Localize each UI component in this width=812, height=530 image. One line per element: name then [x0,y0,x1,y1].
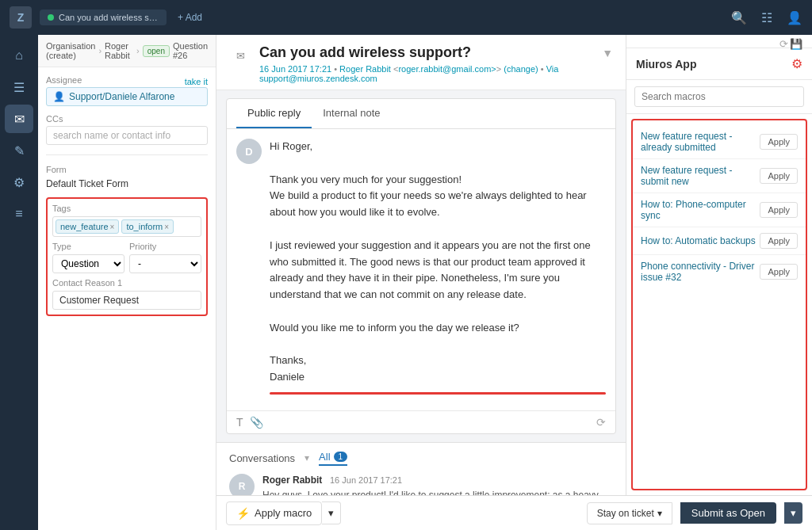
macro-name-4[interactable]: Phone connectivity - Driver issue #32 [641,261,760,283]
panel-save-icon[interactable]: 💾 [790,38,802,50]
apply-macro-button[interactable]: ⚡ Apply macro [226,501,322,525]
refresh-icon[interactable]: ⟳ [596,416,606,429]
tab-public-reply[interactable]: Public reply [236,99,312,128]
submit-button[interactable]: Submit as Open [680,502,776,524]
reply-toolbar: T 📎 ⟳ [227,410,615,433]
assignee-label: Assignee [46,75,82,85]
tab-status-dot [48,14,54,21]
reply-text-area[interactable]: Hi Roger, Thank you very much for your s… [270,139,606,401]
macro-apply-button-2[interactable]: Apply [760,202,798,218]
reply-sign2: Daniele [270,369,606,386]
reply-greeting: Hi Roger, [270,139,606,155]
apply-macro-label: Apply macro [255,507,312,519]
apply-macro-chevron[interactable]: ▾ [322,501,341,524]
macro-item: How to: Automatic backups Apply [633,227,806,255]
conv-date: 16 Jun 2017 17:21 [330,475,402,485]
tags-label: Tags [52,204,201,213]
add-button[interactable]: + Add [178,12,202,23]
conv-author: Roger Rabbit [262,475,322,486]
breadcrumb-ticket[interactable]: Question #26 [173,41,208,60]
lightning-icon: ⚡ [236,507,250,520]
reply-avatar: D [236,139,262,164]
conversations-header: Conversations ▾ All 1 [229,451,613,466]
miuros-panel: 💾 ⟳ Miuros App ⚙ New feature request - a… [626,35,812,495]
contact-reason-input[interactable] [52,291,201,310]
macro-apply-button-1[interactable]: Apply [760,168,798,184]
form-value: Default Ticket Form [46,177,208,191]
stay-on-ticket-chevron-icon: ▾ [657,508,662,519]
panel-refresh-icon[interactable]: ⟳ [779,38,788,50]
tags-section: Tags new_feature × to_inform × Type Ques… [46,197,208,316]
stay-on-ticket-button[interactable]: Stay on ticket ▾ [587,502,672,524]
conversations-badge: 1 [334,452,348,462]
macros-search-input[interactable] [634,86,804,107]
miuros-header: Miuros App ⚙ [626,48,812,80]
ticket-change-link[interactable]: (change) [504,64,538,74]
sub-sidebar: Organisation (create) › Roger Rabbit › o… [38,35,216,530]
tag-new-feature[interactable]: new_feature × [56,219,119,234]
tab-current-ticket[interactable]: Can you add wireless suppo... [40,10,167,25]
tab-internal-note[interactable]: Internal note [312,99,391,128]
assignee-field[interactable]: 👤 Support/Daniele Alfarone [46,87,208,106]
breadcrumb-user[interactable]: Roger Rabbit [105,41,133,60]
conversations-label[interactable]: Conversations [229,452,295,464]
cc-label: CCs [46,114,208,124]
attach-icon[interactable]: 📎 [250,416,263,429]
macro-apply-button-4[interactable]: Apply [760,264,798,280]
nav-more-icon[interactable]: ≡ [5,200,33,228]
conversations-chevron-icon[interactable]: ▾ [304,452,309,463]
bottom-bar: ⚡ Apply macro ▾ Stay on ticket ▾ Submit … [216,495,812,530]
type-select[interactable]: Question [52,254,124,273]
user-avatar-icon[interactable]: 👤 [787,10,802,25]
macro-name-0[interactable]: New feature request - already submitted [641,131,760,153]
app-logo: Z [10,6,32,29]
reply-p3: I just reviewed your suggestion and it a… [270,238,606,303]
macro-name-1[interactable]: New feature request - submit new [641,165,760,187]
macro-item: New feature request - submit new Apply [633,159,806,193]
miuros-gear-icon[interactable]: ⚙ [791,56,802,71]
ticket-status-badge: open [143,45,170,57]
reply-separator [270,392,606,395]
nav-sidebar: ⌂ ☰ ✉ ✎ ⚙ ≡ [0,35,38,530]
tags-container[interactable]: new_feature × to_inform × [52,216,201,237]
macro-name-2[interactable]: How to: Phone-computer sync [641,199,760,221]
text-format-icon[interactable]: T [236,416,243,429]
tag-to-inform-remove[interactable]: × [164,223,169,231]
reply-p2: We build a product to fit your needs so … [270,188,606,221]
reply-content-area: D Hi Roger, Thank you very much for your… [227,129,615,410]
ticket-expand-icon[interactable]: ▼ [602,47,613,59]
submit-chevron-button[interactable]: ▾ [784,502,802,524]
miuros-search [626,80,812,114]
take-it-button[interactable]: take it [185,77,208,86]
search-icon[interactable]: 🔍 [731,10,747,25]
macro-apply-button-0[interactable]: Apply [760,134,798,150]
macros-list: New feature request - already submitted … [631,119,807,490]
nav-inbox-icon[interactable]: ✉ [5,105,33,133]
type-label: Type [52,242,124,251]
ticket-email-link[interactable]: roger.rabbit@gmail.com> [398,64,496,74]
conv-avatar: R [229,474,255,495]
tag-new-feature-remove[interactable]: × [110,223,115,231]
macro-apply-button-3[interactable]: Apply [760,233,798,249]
nav-home-icon[interactable]: ⌂ [5,41,33,70]
conv-body: Roger Rabbit 16 Jun 2017 17:21 Hey guys,… [262,474,613,495]
topbar: Z Can you add wireless suppo... + Add 🔍 … [0,0,812,35]
conversations-all-tab[interactable]: All 1 [319,451,347,466]
macro-item: Phone connectivity - Driver issue #32 Ap… [633,255,806,288]
nav-reports-icon[interactable]: ✎ [5,136,33,165]
nav-tickets-icon[interactable]: ☰ [5,73,33,101]
cc-input[interactable] [46,126,208,145]
conv-text: Hey guys, Love your product! I'd like to… [262,488,613,495]
breadcrumb-org[interactable]: Organisation (create) [46,41,95,60]
nav-settings-icon[interactable]: ⚙ [5,168,33,196]
grid-icon[interactable]: ☷ [761,10,772,25]
macro-name-3[interactable]: How to: Automatic backups [641,235,760,246]
form-label: Form [46,165,208,174]
priority-select[interactable]: - [129,254,201,273]
ticket-meta: 16 Jun 2017 17:21 • Roger Rabbit <roger.… [259,64,613,83]
tag-to-inform[interactable]: to_inform × [121,219,174,234]
divider [46,154,208,155]
ticket-main: ✉ Can you add wireless support? ▼ 16 Jun… [216,35,626,495]
ticket-email-icon: ✉ [229,44,251,67]
logo-text: Z [17,11,25,24]
